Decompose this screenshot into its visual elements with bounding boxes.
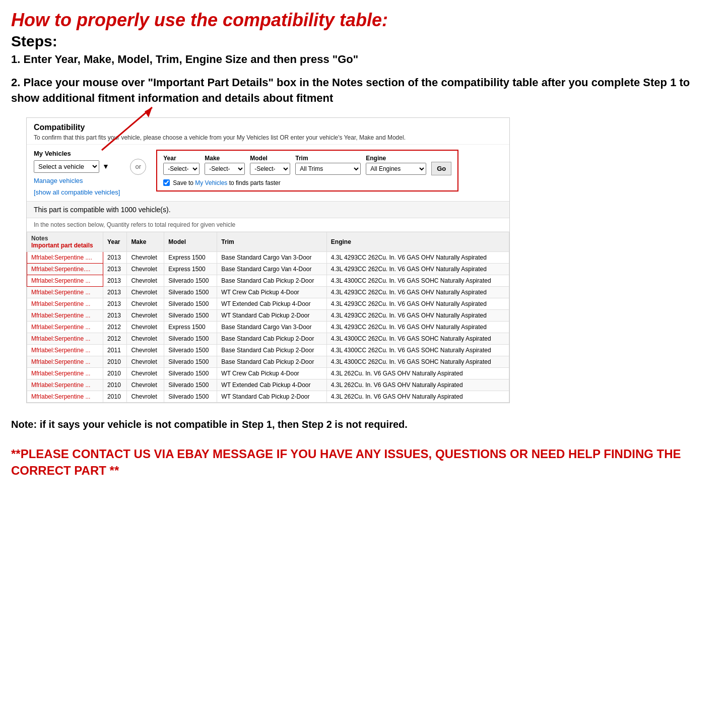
my-vehicles-section: My Vehicles Select a vehicle ▼ Manage ve… [34,150,120,196]
engine-cell: 4.3L 4293CC 262Cu. In. V6 GAS OHV Natura… [326,263,509,275]
table-row: Mfrlabel:Serpentine ... 2013 Chevrolet S… [27,298,509,309]
year-cell: 2010 [103,379,127,391]
make-cell: Chevrolet [127,286,164,298]
year-cell: 2013 [103,298,127,309]
make-cell: Chevrolet [127,321,164,333]
trim-select[interactable]: All Trims [295,163,361,175]
make-header: Make [127,232,164,251]
model-field: Model -Select- [250,155,290,175]
model-cell: Silverado 1500 [164,333,217,344]
compat-qty-note: In the notes section below, Quantity ref… [27,218,509,232]
notes-cell: Mfrlabel:Serpentine ... [27,309,103,321]
notes-cell: Mfrlabel:Serpentine ... [27,321,103,333]
make-cell: Chevrolet [127,309,164,321]
make-label: Make [205,155,245,162]
trim-label: Trim [295,155,361,162]
trim-cell: Base Standard Cab Pickup 2-Door [217,333,327,344]
model-cell: Silverado 1500 [164,367,217,379]
engine-field: Engine All Engines [366,155,426,175]
model-cell: Silverado 1500 [164,379,217,391]
manage-vehicles-link[interactable]: Manage vehicles [34,177,120,184]
make-cell: Chevrolet [127,275,164,286]
table-row: Mfrlabel:Serpentine ... 2013 Chevrolet S… [27,309,509,321]
engine-cell: 4.3L 262Cu. In. V6 GAS OHV Naturally Asp… [326,367,509,379]
year-cell: 2013 [103,275,127,286]
trim-cell: Base Standard Cab Pickup 2-Door [217,344,327,356]
table-row: Mfrlabel:Serpentine ... 2012 Chevrolet E… [27,321,509,333]
table-row: Mfrlabel:Serpentine .... 2013 Chevrolet … [27,251,509,263]
trim-cell: Base Standard Cargo Van 3-Door [217,321,327,333]
make-select[interactable]: -Select- [205,163,245,175]
table-row: Mfrlabel:Serpentine ... 2011 Chevrolet S… [27,344,509,356]
trim-field: Trim All Trims [295,155,361,175]
note-text: Note: if it says your vehicle is not com… [11,417,717,431]
notes-header: Notes Important part details [27,232,103,251]
compatibility-table: Notes Important part details Year Make M… [27,232,509,403]
year-cell: 2011 [103,344,127,356]
notes-cell: Mfrlabel:Serpentine ... [27,379,103,391]
step1-text: 1. Enter Year, Make, Model, Trim, Engine… [11,53,717,66]
model-cell: Silverado 1500 [164,309,217,321]
notes-cell: Mfrlabel:Serpentine ... [27,344,103,356]
make-cell: Chevrolet [127,298,164,309]
my-vehicles-save-link[interactable]: My Vehicles [195,179,227,186]
notes-cell: Mfrlabel:Serpentine ... [27,286,103,298]
make-cell: Chevrolet [127,333,164,344]
engine-label: Engine [366,155,426,162]
make-cell: Chevrolet [127,344,164,356]
engine-header: Engine [326,232,509,251]
model-header: Model [164,232,217,251]
make-cell: Chevrolet [127,391,164,402]
engine-cell: 4.3L 4293CC 262Cu. In. V6 GAS OHV Natura… [326,309,509,321]
arrow-graphic [97,102,167,153]
year-field: Year -Select- [163,155,200,175]
model-cell: Express 1500 [164,263,217,275]
notes-cell: Mfrlabel:Serpentine ... [27,333,103,344]
trim-cell: WT Extended Cab Pickup 4-Door [217,298,327,309]
table-row: Mfrlabel:Serpentine ... 2010 Chevrolet S… [27,356,509,367]
compatibility-box: Compatibility To confirm that this part … [26,117,510,403]
year-cell: 2012 [103,321,127,333]
compat-body: My Vehicles Select a vehicle ▼ Manage ve… [27,145,509,201]
vehicle-select-row: Select a vehicle ▼ [34,160,120,173]
steps-label: Steps: [11,33,717,50]
trim-cell: WT Crew Cab Pickup 4-Door [217,286,327,298]
save-checkbox[interactable] [163,179,170,186]
or-separator: or [130,159,146,175]
notes-cell: Mfrlabel:Serpentine ... [27,391,103,402]
year-cell: 2013 [103,251,127,263]
year-cell: 2010 [103,367,127,379]
year-label: Year [163,155,200,162]
model-cell: Silverado 1500 [164,298,217,309]
show-all-link[interactable]: [show all compatible vehicles] [34,188,120,196]
select-vehicle-dropdown[interactable]: Select a vehicle [34,160,99,173]
table-row: Mfrlabel:Serpentine ... 2010 Chevrolet S… [27,391,509,402]
model-cell: Silverado 1500 [164,286,217,298]
trim-cell: Base Standard Cab Pickup 2-Door [217,356,327,367]
year-cell: 2013 [103,309,127,321]
engine-select[interactable]: All Engines [366,163,426,175]
engine-cell: 4.3L 4300CC 262Cu. In. V6 GAS SOHC Natur… [326,356,509,367]
save-row: Save to My Vehicles to finds parts faste… [163,179,451,186]
year-cell: 2012 [103,333,127,344]
trim-cell: WT Standard Cab Pickup 2-Door [217,309,327,321]
year-make-section: Year -Select- Make -Select- Model -Selec… [156,150,458,192]
year-header: Year [103,232,127,251]
year-cell: 2010 [103,391,127,402]
year-select[interactable]: -Select- [163,163,200,175]
engine-cell: 4.3L 4293CC 262Cu. In. V6 GAS OHV Natura… [326,251,509,263]
svg-marker-1 [145,107,152,117]
table-row: Mfrlabel:Serpentine.... 2013 Chevrolet E… [27,263,509,275]
engine-cell: 4.3L 4293CC 262Cu. In. V6 GAS OHV Natura… [326,298,509,309]
make-field: Make -Select- [205,155,245,175]
svg-line-0 [102,107,152,150]
page-main-title: How to properly use the compatibility ta… [11,9,717,31]
notes-cell: Mfrlabel:Serpentine ... [27,298,103,309]
go-button[interactable]: Go [431,162,451,175]
table-row: Mfrlabel:Serpentine ... 2013 Chevrolet S… [27,286,509,298]
engine-cell: 4.3L 262Cu. In. V6 GAS OHV Naturally Asp… [326,391,509,402]
table-row: Mfrlabel:Serpentine ... 2010 Chevrolet S… [27,367,509,379]
make-cell: Chevrolet [127,251,164,263]
notes-cell: Mfrlabel:Serpentine ... [27,275,103,286]
model-select[interactable]: -Select- [250,163,290,175]
